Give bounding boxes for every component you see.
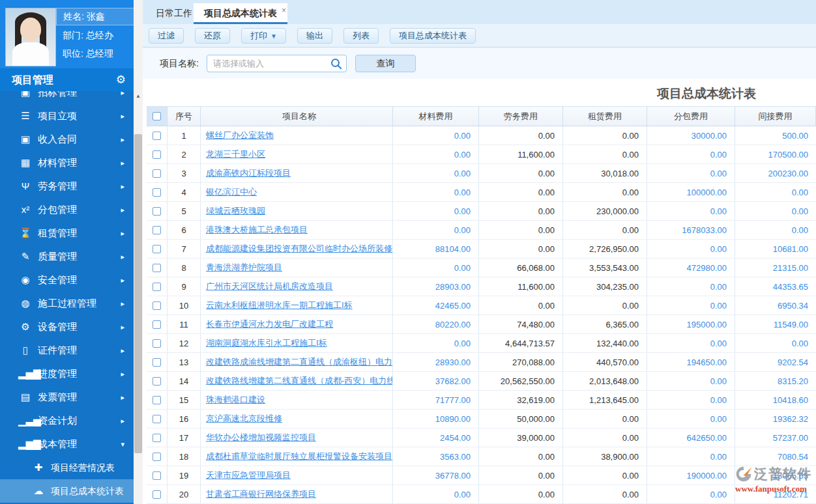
sidebar-item-15[interactable]: ▂▆▇成本管理▾ bbox=[0, 432, 134, 456]
row-checkbox[interactable] bbox=[153, 490, 161, 499]
project-name-link[interactable]: 螺丝厂办公室装饰 bbox=[206, 130, 274, 141]
header-cell-6[interactable]: 间接费用 bbox=[735, 107, 816, 126]
project-name-link[interactable]: 港珠澳大桥施工总承包项目 bbox=[206, 224, 308, 236]
toolbar-button-5[interactable]: 项目总成本统计表 bbox=[390, 28, 476, 44]
project-name-link[interactable]: 龙湖三千里小区 bbox=[206, 148, 265, 160]
sidebar-item-9[interactable]: ◍施工过程管理▸ bbox=[0, 292, 134, 315]
project-name-link[interactable]: 成都能源建设集团投资有限公司临时办公场所装修改造 bbox=[206, 243, 393, 255]
row-checkbox[interactable] bbox=[153, 320, 161, 329]
row-number-cell: 11 bbox=[168, 315, 201, 333]
sidebar-item-0[interactable]: ▣招标管理▸ bbox=[0, 91, 134, 104]
header-cell-2[interactable]: 材料费用 bbox=[393, 107, 479, 126]
sidebar-menu: ▣招标管理▸☰项目立项▸▣收入合同▸▦材料管理▸Ψ劳务管理▸x²分包管理▸⌛租赁… bbox=[0, 91, 134, 504]
row-number-cell: 10 bbox=[168, 296, 201, 315]
scrollbar-up-icon[interactable]: ▲ bbox=[134, 91, 143, 102]
chevron-right-icon: ▸ bbox=[121, 175, 124, 198]
sidebar-item-7[interactable]: ✎质量管理▸ bbox=[0, 245, 134, 268]
row-checkbox[interactable] bbox=[153, 471, 161, 480]
row-checkbox[interactable] bbox=[153, 188, 161, 197]
row-checkbox[interactable] bbox=[153, 434, 161, 442]
sidebar-item-16[interactable]: ✚项目经营情况表 bbox=[0, 456, 134, 479]
header-cell-5[interactable]: 分包费用 bbox=[647, 107, 735, 126]
project-name-link[interactable]: 青海洪湖养护院项目 bbox=[206, 262, 282, 273]
toolbar-button-4[interactable]: 列表 bbox=[343, 28, 379, 44]
project-name-link[interactable]: 改建铁路成渝线增建第二直通线（成渝枢纽）电力线 bbox=[206, 356, 393, 368]
user-department: 部门: 总经办 bbox=[63, 30, 113, 42]
sidebar-item-2[interactable]: ▣收入合同▸ bbox=[0, 128, 134, 151]
row-checkbox[interactable] bbox=[153, 396, 161, 404]
row-checkbox-cell bbox=[147, 145, 168, 163]
project-name-link[interactable]: 天津市应急管理局项目 bbox=[206, 469, 291, 481]
sidebar-scrollbar[interactable]: ▲ bbox=[134, 0, 143, 504]
sidebar-item-17[interactable]: ☁项目总成本统计表 bbox=[0, 479, 134, 503]
row-checkbox[interactable] bbox=[153, 132, 161, 140]
toolbar-button-1[interactable]: 还原 bbox=[195, 28, 230, 44]
sidebar-item-14[interactable]: ▁▃▅资金计划▸ bbox=[0, 409, 134, 432]
row-checkbox[interactable] bbox=[153, 150, 161, 159]
header-cell-1[interactable]: 项目名称 bbox=[201, 107, 393, 126]
search-icon[interactable] bbox=[330, 58, 342, 70]
cost-value-cell: 80220.00 bbox=[393, 315, 479, 333]
row-checkbox-cell bbox=[147, 221, 168, 239]
sidebar-header-label: 项目管理 bbox=[12, 74, 53, 85]
sidebar-item-10[interactable]: ⚙设备管理▸ bbox=[0, 315, 134, 339]
row-checkbox[interactable] bbox=[153, 169, 161, 178]
row-checkbox[interactable] bbox=[153, 207, 161, 216]
row-checkbox-cell bbox=[147, 164, 168, 182]
project-name-link[interactable]: 京沪高速北京段维修 bbox=[206, 413, 282, 425]
toolbar-button-3[interactable]: 输出 bbox=[297, 28, 332, 44]
sidebar-item-11[interactable]: ▯证件管理▸ bbox=[0, 339, 134, 362]
sidebar-item-1[interactable]: ☰项目立项▸ bbox=[0, 104, 134, 128]
row-checkbox[interactable] bbox=[153, 377, 161, 385]
close-icon[interactable]: × bbox=[282, 1, 286, 20]
row-checkbox[interactable] bbox=[153, 301, 161, 310]
row-checkbox[interactable] bbox=[153, 226, 161, 234]
toolbar-button-0[interactable]: 过滤 bbox=[149, 28, 184, 44]
row-checkbox-cell bbox=[147, 240, 168, 258]
project-name-link[interactable]: 绿城云栖玫瑰园 bbox=[206, 205, 265, 217]
gear-icon[interactable]: ⚙ bbox=[116, 68, 126, 91]
project-name-link[interactable]: 甘肃省工商银行网络保养项目 bbox=[206, 488, 316, 500]
header-cell-4[interactable]: 租赁费用 bbox=[563, 107, 647, 126]
scrollbar-thumb[interactable] bbox=[134, 134, 142, 453]
project-name-link[interactable]: 云南水利枢纽潜明水库一期工程施工I标 bbox=[206, 300, 353, 311]
cost-value-cell: 11,600.00 bbox=[479, 277, 563, 296]
project-name-link[interactable]: 湖南洞庭湖水库引水工程施工I标 bbox=[206, 337, 327, 349]
sidebar-item-13[interactable]: ▤发票管理▸ bbox=[0, 385, 134, 409]
project-name-link[interactable]: 成渝高铁内江标段项目 bbox=[206, 167, 291, 179]
tab-project-cost-table[interactable]: 项目总成本统计表 × bbox=[194, 3, 287, 24]
project-name-link[interactable]: 华软办公楼增加视频监控项目 bbox=[206, 432, 316, 443]
project-name-link[interactable]: 珠海鹤港口建设 bbox=[206, 394, 265, 406]
sidebar-item-4[interactable]: Ψ劳务管理▸ bbox=[0, 175, 134, 198]
query-button[interactable]: 查询 bbox=[355, 55, 416, 72]
project-name-cell: 青海洪湖养护院项目 bbox=[201, 259, 393, 277]
row-checkbox[interactable] bbox=[153, 415, 161, 423]
row-checkbox[interactable] bbox=[153, 245, 161, 253]
select-all-checkbox[interactable] bbox=[153, 112, 161, 120]
invoice-icon: ▤ bbox=[18, 385, 33, 409]
sidebar-item-5[interactable]: x²分包管理▸ bbox=[0, 198, 134, 221]
project-name-link[interactable]: 长春市伊通河水力发电厂改建工程 bbox=[206, 318, 333, 330]
row-checkbox[interactable] bbox=[153, 283, 161, 291]
row-checkbox[interactable] bbox=[153, 358, 161, 367]
project-name-link[interactable]: 成都杜甫草堂临时展厅独立展柜报警设备安装项目 bbox=[206, 451, 392, 462]
toolbar-button-2[interactable]: 打印▼ bbox=[241, 28, 286, 44]
cost-value-cell: 0.00 bbox=[393, 183, 479, 201]
project-name-cell: 银亿滨江中心 bbox=[201, 183, 393, 201]
sidebar-item-3[interactable]: ▦材料管理▸ bbox=[0, 151, 134, 175]
row-checkbox-cell bbox=[147, 485, 168, 503]
row-checkbox[interactable] bbox=[153, 339, 161, 348]
project-name-input[interactable] bbox=[207, 55, 347, 72]
header-cell-0[interactable]: 序号 bbox=[168, 107, 201, 126]
project-name-link[interactable]: 广州市天河区统计局机房改造项目 bbox=[206, 281, 333, 292]
sidebar-item-8[interactable]: ◉安全管理▸ bbox=[0, 268, 134, 292]
table-row: 9广州市天河区统计局机房改造项目28903.0011,600.00304,235… bbox=[147, 277, 816, 296]
header-cell-3[interactable]: 劳务费用 bbox=[479, 107, 563, 126]
row-checkbox[interactable] bbox=[153, 264, 161, 272]
sidebar-item-12[interactable]: ▂▅▇进度管理▸ bbox=[0, 362, 134, 385]
sidebar-item-6[interactable]: ⌛租赁管理▸ bbox=[0, 221, 134, 245]
row-checkbox[interactable] bbox=[153, 453, 161, 461]
project-name-link[interactable]: 改建铁路线增建第二线直通线（成都-西安）电力线 bbox=[206, 375, 393, 387]
cost-value-cell: 0.00 bbox=[393, 485, 479, 503]
project-name-link[interactable]: 银亿滨江中心 bbox=[206, 186, 257, 198]
